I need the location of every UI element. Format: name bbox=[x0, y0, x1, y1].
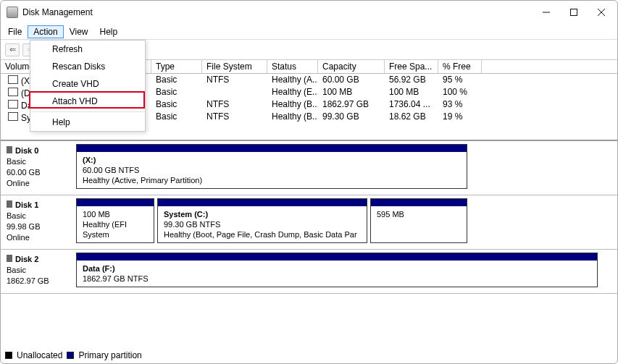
window-title: Disk Management bbox=[22, 7, 539, 17]
legend-swatch-unallocated bbox=[5, 352, 12, 359]
partition[interactable]: Data (F:)1862.97 GB NTFS bbox=[76, 253, 598, 287]
legend: Unallocated Primary partition bbox=[5, 350, 142, 360]
close-button[interactable] bbox=[594, 5, 609, 20]
partition[interactable]: System (C:)99.30 GB NTFSHealthy (Boot, P… bbox=[157, 198, 367, 243]
menu-separator bbox=[31, 111, 144, 112]
title-bar: Disk Management bbox=[1, 1, 617, 24]
menu-item-attach-vhd[interactable]: Attach VHD bbox=[30, 93, 145, 110]
menu-item-create-vhd[interactable]: Create VHD bbox=[30, 75, 145, 93]
col-capacity[interactable]: Capacity bbox=[318, 60, 385, 73]
col-type[interactable]: Type bbox=[151, 60, 202, 73]
menu-help[interactable]: Help bbox=[94, 25, 124, 38]
disk-graph: (X:)60.00 GB NTFSHealthy (Active, Primar… bbox=[73, 141, 617, 195]
disk-row: Disk 0Basic60.00 GBOnline(X:)60.00 GB NT… bbox=[1, 141, 617, 195]
svg-rect-1 bbox=[571, 9, 577, 16]
back-button[interactable]: ⇐ bbox=[5, 43, 20, 56]
disk-row: Disk 1Basic99.98 GBOnline100 MBHealthy (… bbox=[1, 195, 617, 250]
menu-item-rescan[interactable]: Rescan Disks bbox=[30, 58, 145, 75]
partition[interactable]: 595 MB bbox=[370, 198, 467, 243]
menu-item-refresh[interactable]: Refresh bbox=[30, 41, 145, 58]
maximize-button[interactable] bbox=[567, 5, 581, 20]
disk-info[interactable]: Disk 0Basic60.00 GBOnline bbox=[1, 141, 73, 195]
menu-file[interactable]: File bbox=[2, 25, 28, 38]
partition[interactable]: (X:)60.00 GB NTFSHealthy (Active, Primar… bbox=[76, 144, 467, 189]
disk-info[interactable]: Disk 2Basic1862.97 GB bbox=[1, 250, 73, 293]
menu-bar: File Action View Help bbox=[1, 24, 617, 40]
disk-row: Disk 2Basic1862.97 GBData (F:)1862.97 GB… bbox=[1, 250, 617, 294]
menu-action[interactable]: Action bbox=[28, 25, 63, 38]
partition[interactable]: 100 MBHealthy (EFI System bbox=[76, 198, 154, 243]
menu-view[interactable]: View bbox=[64, 25, 94, 38]
col-free[interactable]: Free Spa... bbox=[385, 60, 438, 73]
minimize-button[interactable] bbox=[539, 5, 554, 20]
legend-swatch-primary bbox=[67, 352, 74, 359]
app-icon bbox=[7, 7, 18, 18]
disk-graphical-pane: Disk 0Basic60.00 GBOnline(X:)60.00 GB NT… bbox=[1, 140, 617, 294]
col-filesystem[interactable]: File System bbox=[202, 60, 267, 73]
disk-graph: Data (F:)1862.97 GB NTFS bbox=[73, 250, 617, 293]
legend-unallocated-label: Unallocated bbox=[17, 350, 62, 360]
disk-graph: 100 MBHealthy (EFI SystemSystem (C:)99.3… bbox=[73, 195, 617, 249]
action-menu-dropdown: Refresh Rescan Disks Create VHD Attach V… bbox=[30, 40, 146, 132]
legend-primary-label: Primary partition bbox=[78, 350, 141, 360]
disk-info[interactable]: Disk 1Basic99.98 GBOnline bbox=[1, 195, 73, 249]
col-status[interactable]: Status bbox=[267, 60, 318, 73]
col-pctfree[interactable]: % Free bbox=[438, 60, 482, 73]
menu-item-help[interactable]: Help bbox=[30, 114, 145, 131]
